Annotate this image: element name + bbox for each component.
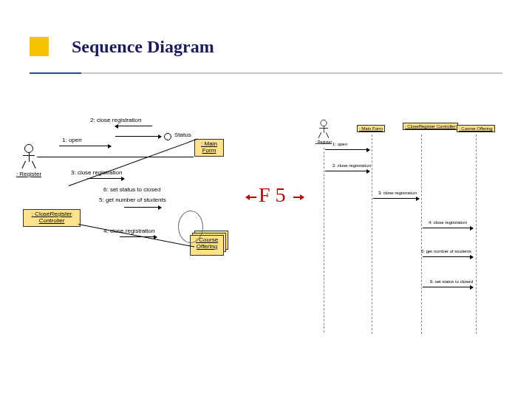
arrow-m4-left xyxy=(120,236,157,237)
slide-title: Sequence Diagram xyxy=(72,37,214,57)
actor-label: : Register xyxy=(16,171,41,177)
life-controller xyxy=(421,134,422,334)
life-actor xyxy=(324,148,324,332)
controller-label: : CloseRegister Controller xyxy=(26,211,78,225)
msg4-right: 4: close registration xyxy=(429,220,467,225)
arrow-m2-left xyxy=(115,126,152,126)
lifeline-controller: : CloseRegister Controller xyxy=(403,123,458,130)
msg1-left: 1: open xyxy=(62,137,82,143)
msg1-right: 1: open xyxy=(332,142,347,146)
lifeline-main-form: : Main Form xyxy=(357,125,385,132)
controller-box-left: : CloseRegister Controller xyxy=(23,209,81,227)
status-label: Status xyxy=(174,132,191,138)
main-form-label: : Main Form xyxy=(197,141,221,154)
arrow-open-left xyxy=(59,146,111,146)
arrow-m56-left xyxy=(124,207,161,208)
link-actor-mainform xyxy=(37,157,194,157)
msg5-left: 5: get number of students xyxy=(99,197,166,203)
actor-register-right: : Register xyxy=(319,120,328,138)
arrow-m1-right xyxy=(325,149,369,150)
msg5-right: 5: get number of students xyxy=(421,249,471,253)
arrow-m2-right xyxy=(325,171,369,171)
msg6-left: 6: set status to closed xyxy=(103,186,160,193)
main-form-box-left: : Main Form xyxy=(194,139,224,157)
slide: { "title": "Sequence Diagram", "center_k… xyxy=(0,0,532,399)
f5-left-arrow xyxy=(246,197,256,198)
msg2-right: 2: close registration xyxy=(332,163,371,168)
title-bullet xyxy=(30,37,49,56)
arrow-to-status xyxy=(115,136,161,137)
arrow-m5-right xyxy=(423,256,473,257)
life-course xyxy=(476,134,477,334)
msg2-left: 2: close registration xyxy=(90,117,141,123)
f5-label: F 5 xyxy=(259,183,286,207)
oval-left xyxy=(178,211,203,243)
status-circle xyxy=(164,133,171,140)
arrow-m3-right xyxy=(373,198,419,199)
arrow-m6-right xyxy=(423,287,473,287)
title-underline xyxy=(30,72,502,74)
f5-right-arrow xyxy=(293,197,304,198)
life-mainform xyxy=(372,134,372,334)
arrow-m3-left xyxy=(87,178,124,179)
lifeline-course-offering: : Course Offering xyxy=(457,125,495,132)
msg3-right: 3: close registration xyxy=(378,191,417,195)
actor-label-right: : Register xyxy=(316,140,332,143)
actor-register-left: : Register xyxy=(21,144,36,168)
msg6-right: 6: set status to closed xyxy=(430,279,473,284)
arrow-m4-right xyxy=(423,228,473,228)
